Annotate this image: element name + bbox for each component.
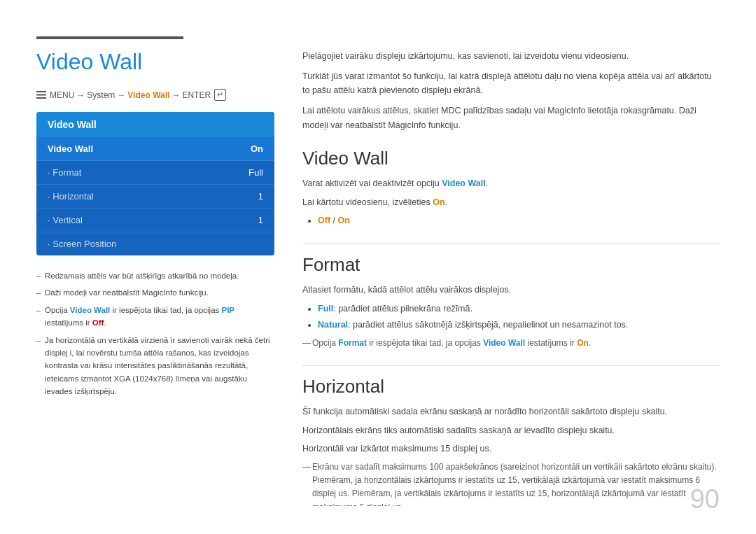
vw-text-2: Lai kārtotu videosienu, izvēlieties On. [302, 195, 720, 210]
vw-bullet-1: Off / On [318, 213, 720, 228]
panel-item-videowall[interactable]: Video Wall On [36, 137, 274, 161]
note-4: Ja horizontālā un vertikālā virzienā ir … [36, 334, 274, 398]
page-number: 90 [690, 484, 720, 514]
left-column: Video Wall MENU → System → Video Wall → … [36, 49, 274, 506]
horiz-text-2: Horizontālais ekrāns tiks automātiski sa… [302, 423, 720, 438]
format-bullet-2: Natural: parādiet attēlus sākotnējā izšķ… [318, 318, 720, 332]
note-1: Redzamais attēls var būt atšķirīgs atkar… [36, 269, 274, 282]
panel-item-label: · Screen Position [48, 239, 116, 249]
horiz-text-1: Šī funkcija automātiski sadala ekrānu sa… [302, 405, 720, 419]
menu-breadcrumb: MENU → System → Video Wall → ENTER ↵ [36, 89, 274, 101]
enter-label: ENTER [182, 90, 211, 100]
panel-item-screen-position[interactable]: · Screen Position [36, 232, 274, 255]
format-text-1: Atlasiet formātu, kādā attēlot attēlu va… [302, 283, 720, 297]
section-title-horizontal: Horizontal [302, 365, 720, 398]
panel-item-label: · Vertical [48, 215, 83, 225]
panel-item-label: · Horizontal [48, 191, 94, 202]
arrow-1: → [76, 90, 85, 100]
panel-item-value: 1 [258, 191, 263, 202]
section-title-format: Format [302, 244, 720, 276]
arrow-3: → [172, 90, 180, 100]
horiz-text-3: Horizontāli var izkārtot maksimums 15 di… [302, 442, 720, 456]
system-label: System [87, 90, 115, 100]
panel-title: Video Wall [36, 112, 274, 137]
menu-icon [36, 91, 46, 99]
note-2: Daži modeļi var neatbalstīt MagicInfo fu… [36, 286, 274, 299]
intro-text-3: Lai attēlotu vairākus attēlus, skatiet M… [302, 104, 720, 132]
format-bullet-1: Full: parādiet attēlus pilnekrāna režīmā… [318, 302, 720, 316]
panel-item-value: Full [248, 167, 263, 178]
ui-panel: Video Wall Video Wall On · Format Full ·… [36, 112, 274, 255]
intro-text-2: Turklāt jūs varat izmantot šo funkciju, … [302, 69, 720, 98]
format-bullet-list: Full: parādiet attēlus pilnekrāna režīmā… [302, 302, 720, 332]
panel-item-label: · Format [48, 167, 81, 178]
arrow-2: → [117, 90, 125, 100]
horiz-note-1: Ekrānu var sadalīt maksimums 100 apakšek… [302, 461, 720, 506]
section-title-videowall: Video Wall [302, 148, 720, 169]
intro-text-1: Pielāgojiet vairāku displeju izkārtojumu… [302, 49, 720, 64]
page-title: Video Wall [36, 49, 274, 75]
svg-rect-2 [36, 97, 46, 99]
top-decorative-line [36, 36, 183, 39]
panel-item-vertical[interactable]: · Vertical 1 [36, 209, 274, 232]
format-note: Opcija Format ir iespējota tikai tad, ja… [302, 337, 720, 350]
left-notes: Redzamais attēls var būt atšķirīgs atkar… [36, 269, 274, 398]
svg-rect-0 [36, 91, 46, 92]
vw-text-1: Varat aktivizēt vai deaktivizēt opciju V… [302, 176, 720, 191]
panel-item-label: Video Wall [48, 143, 93, 154]
menu-label: MENU [50, 90, 74, 100]
panel-item-horizontal[interactable]: · Horizontal 1 [36, 185, 274, 209]
right-column: Pielāgojiet vairāku displeju izkārtojumu… [302, 49, 720, 506]
panel-item-format[interactable]: · Format Full [36, 161, 274, 185]
videowall-label: Video Wall [127, 90, 169, 100]
enter-icon: ↵ [214, 89, 226, 101]
note-3: Opcija Video Wall ir iespējota tikai tad… [36, 304, 274, 330]
panel-item-value: On [251, 143, 263, 154]
panel-item-value: 1 [258, 215, 263, 225]
vw-bullet-list: Off / On [302, 213, 720, 228]
svg-rect-1 [36, 94, 46, 96]
